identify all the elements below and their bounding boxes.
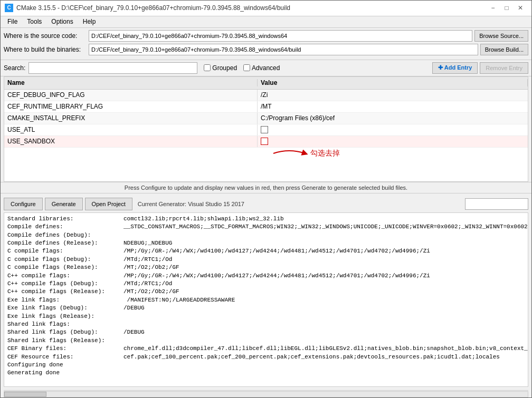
build-label: Where to build the binaries: [4,46,86,53]
log-line: Standard libraries:comctl32.lib;rpcrt4.l… [7,215,525,223]
search-label: Search: [4,64,25,72]
title-bar-text: CMake 3.15.5 - D:\CEF\cef_binary_79.0.10… [16,4,486,12]
cell-name-3: USE_ATL [4,124,258,135]
grouped-checkbox-label[interactable]: Grouped [204,64,237,72]
cell-name-1: CEF_RUNTIME_LIBRARY_FLAG [4,101,258,112]
advanced-checkbox[interactable] [243,64,250,71]
log-area[interactable]: Standard libraries:comctl32.lib;rpcrt4.l… [4,212,528,387]
table-header: Name Value [4,77,528,90]
log-line: Exe link flags (Release): [7,313,525,321]
menu-help[interactable]: Help [78,16,101,27]
use-atl-checkbox[interactable] [261,126,268,133]
menu-file[interactable]: File [3,16,22,27]
table-row[interactable]: USE_ATL [4,124,528,136]
cell-value-3 [258,124,528,135]
cell-name-4: USE_SANDBOX [4,136,258,147]
log-line: Exe link flags: /MANIFEST:NO;/LARGEADDRE… [7,296,525,304]
remove-entry-button[interactable]: Remove Entry [480,62,528,74]
close-button[interactable]: ✕ [514,3,527,13]
source-label: Where is the source code: [4,32,86,40]
menu-options[interactable]: Options [46,16,78,27]
log-line: Compile defines (Release):NDEBUG;_NDEBUG [7,239,525,247]
app-icon: C [5,4,13,12]
scroll-thumb[interactable] [4,392,46,397]
generator-input[interactable] [465,198,528,210]
generate-button[interactable]: Generate [45,198,83,210]
log-line: C compile flags (Debug):/MTd;/RTC1;/Od [7,256,525,264]
advanced-label: Advanced [252,64,280,72]
cell-name-0: CEF_DEBUG_INFO_FLAG [4,90,258,101]
title-bar-controls: − □ ✕ [486,3,527,13]
log-line: C++ compile flags:/MP;/Gy;/GR-;/W4;/WX;/… [7,272,525,280]
table-row[interactable]: CEF_RUNTIME_LIBRARY_FLAG /MT [4,101,528,113]
log-line: Shared link flags: [7,321,525,328]
grouped-label: Grouped [212,64,237,72]
table-row[interactable]: CMAKE_INSTALL_PREFIX C:/Program Files (x… [4,113,528,124]
menu-tools[interactable]: Tools [22,16,46,27]
log-line: Compile defines (Debug): [7,231,525,239]
log-line: Shared link flags (Release): [7,337,525,345]
cmake-table: Name Value CEF_DEBUG_INFO_FLAG /Zi CEF_R… [4,76,528,182]
log-line: Compile defines:__STDC_CONSTANT_MACROS;_… [7,223,525,231]
main-content: Where is the source code: Browse Source.… [1,28,531,397]
table-row[interactable]: USE_SANDBOX [4,136,528,148]
annotation-text: 勾选去掉 [310,149,340,158]
checkbox-group: Grouped Advanced [204,64,280,72]
maximize-button[interactable]: □ [500,3,514,13]
cell-value-2: C:/Program Files (x86)/cef [258,113,528,124]
toolbar: Configure Generate Open Project Current … [1,196,531,212]
cell-name-2: CMAKE_INSTALL_PREFIX [4,113,258,124]
log-line: C compile flags (Release):/MT;/O2;/Ob2;/… [7,264,525,271]
header-name: Name [4,79,258,86]
menu-bar: File Tools Options Help [1,16,531,28]
log-line: CEF Binary files:chrome_elf.dll;d3dcompi… [7,345,525,353]
horizontal-scrollbar[interactable] [4,390,528,397]
use-sandbox-checkbox[interactable] [261,138,268,145]
status-bar: Press Configure to update and display ne… [1,182,531,193]
source-input[interactable] [89,30,472,42]
log-line: Exe link flags (Debug):/DEBUG [7,304,525,312]
generator-label: Current Generator: Visual Studio 15 2017 [138,201,244,207]
configure-button[interactable]: Configure [4,198,43,210]
cell-value-1: /MT [258,101,528,112]
browse-source-button[interactable]: Browse Source... [474,30,528,42]
minimize-button[interactable]: − [486,3,500,13]
browse-build-button[interactable]: Browse Build... [480,44,528,55]
search-row: Search: Grouped Advanced ✚ Add Entry Rem… [1,60,531,76]
log-line: Shared link flags (Debug):/DEBUG [7,328,525,336]
header-value: Value [258,79,528,86]
log-line: Generating done [7,369,525,377]
cell-value-0: /Zi [258,90,528,101]
log-line: Configuring done [7,361,525,369]
grouped-checkbox[interactable] [204,64,211,71]
source-row: Where is the source code: Browse Source.… [4,30,528,42]
log-line: C++ compile flags (Debug):/MTd;/RTC1;/Od [7,280,525,288]
build-row: Where to build the binaries: Browse Buil… [4,44,528,55]
log-line: C++ compile flags (Release):/MT;/O2;/Ob2… [7,288,525,296]
log-line: C compile flags:/MP;/Gy;/GR-;/W4;/WX;/wd… [7,247,525,255]
status-message: Press Configure to update and display ne… [125,185,407,191]
add-entry-button[interactable]: ✚ Add Entry [432,62,478,74]
cell-value-4 [258,136,528,147]
build-input[interactable] [89,44,478,55]
log-line: CEF Resource files:cef.pak;cef_100_perce… [7,353,525,361]
search-input[interactable] [28,62,197,74]
form-area: Where is the source code: Browse Source.… [1,28,531,60]
window-frame: C CMake 3.15.5 - D:\CEF\cef_binary_79.0.… [0,0,532,398]
advanced-checkbox-label[interactable]: Advanced [243,64,280,72]
scroll-track[interactable] [4,391,528,397]
open-project-button[interactable]: Open Project [85,198,132,210]
title-bar: C CMake 3.15.5 - D:\CEF\cef_binary_79.0.… [1,1,531,16]
table-row[interactable]: CEF_DEBUG_INFO_FLAG /Zi [4,90,528,101]
